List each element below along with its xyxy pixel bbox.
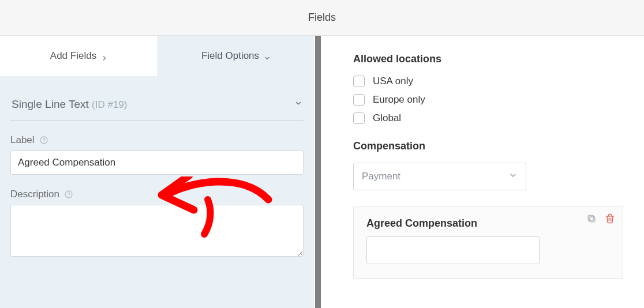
checkbox-box[interactable]: [353, 94, 365, 106]
label-caption: Label: [10, 134, 35, 146]
chevron-down-icon: [508, 171, 518, 183]
top-bar: Fields: [0, 0, 644, 36]
section-header[interactable]: Single Line Text (ID #19): [10, 87, 304, 121]
chevron-down-icon: [294, 99, 302, 110]
tab-add-fields-label: Add Fields: [50, 50, 96, 62]
main-row: Add Fields Field Options Single Line Tex…: [0, 36, 644, 308]
tab-field-options-label: Field Options: [201, 50, 259, 62]
checkbox-label: Global: [373, 112, 401, 124]
checkbox-row-europe[interactable]: Europe only: [353, 94, 636, 106]
preview-field-input[interactable]: [366, 236, 540, 264]
label-group: Label: [10, 134, 304, 175]
trash-icon[interactable]: [604, 213, 616, 224]
help-icon[interactable]: [39, 136, 48, 145]
tab-add-fields[interactable]: Add Fields: [0, 36, 157, 76]
card-actions: [586, 213, 616, 224]
panel-body: Single Line Text (ID #19) Label: [0, 76, 314, 259]
checkbox-row-usa[interactable]: USA only: [353, 76, 636, 87]
compensation-select[interactable]: Payment: [353, 163, 526, 190]
compensation-block: Compensation Payment: [353, 140, 636, 190]
tab-field-options[interactable]: Field Options: [157, 36, 314, 76]
svg-point-3: [68, 196, 69, 197]
field-id-label: (ID #19): [92, 99, 127, 110]
description-textarea[interactable]: [10, 205, 304, 257]
field-type-label: Single Line Text: [12, 98, 89, 110]
tabs: Add Fields Field Options: [0, 36, 314, 76]
allowed-locations-block: Allowed locations USA only Europe only G…: [353, 53, 636, 124]
description-group: Description: [10, 189, 304, 259]
chevron-right-icon: [101, 53, 107, 59]
page-title: Fields: [308, 12, 336, 24]
checkbox-label: Europe only: [373, 94, 425, 106]
help-icon[interactable]: [64, 190, 73, 199]
checkbox-box[interactable]: [353, 112, 365, 124]
panel-divider[interactable]: [314, 36, 322, 308]
left-panel: Add Fields Field Options Single Line Tex…: [0, 36, 314, 308]
field-preview-card[interactable]: Agreed Compensation: [353, 206, 623, 279]
svg-rect-5: [588, 215, 593, 220]
duplicate-icon[interactable]: [586, 213, 597, 224]
chevron-down-icon: [264, 53, 269, 59]
checkbox-row-global[interactable]: Global: [353, 112, 636, 124]
checkbox-box[interactable]: [353, 76, 365, 87]
allowed-locations-title: Allowed locations: [353, 53, 636, 65]
preview-field-label: Agreed Compensation: [366, 217, 610, 230]
checkbox-label: USA only: [373, 76, 413, 87]
select-placeholder: Payment: [362, 171, 400, 182]
svg-rect-4: [590, 217, 595, 222]
section-title: Single Line Text (ID #19): [12, 98, 128, 111]
label-input[interactable]: [10, 151, 304, 175]
description-caption: Description: [10, 189, 59, 200]
svg-point-1: [43, 142, 44, 142]
compensation-title: Compensation: [353, 140, 636, 152]
right-preview-panel: Allowed locations USA only Europe only G…: [322, 36, 644, 308]
